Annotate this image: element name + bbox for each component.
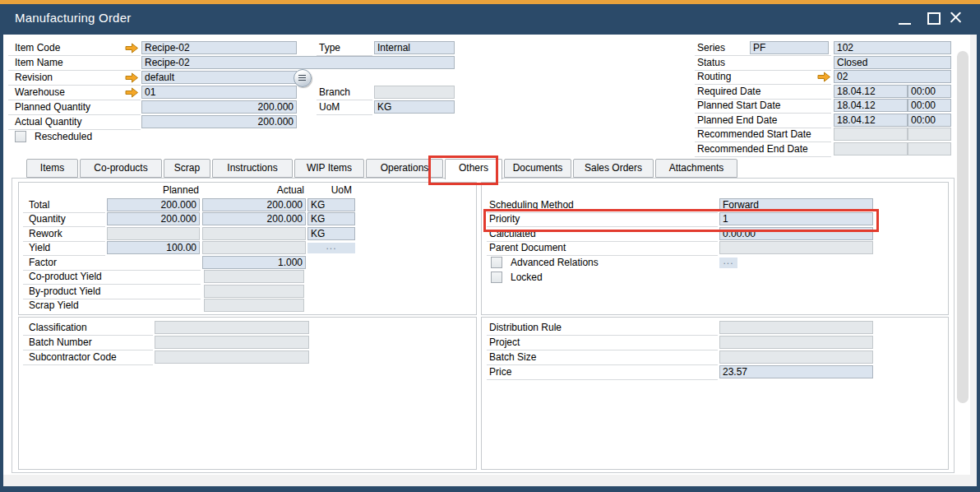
advanced-relations-checkbox[interactable] xyxy=(491,257,502,268)
routing-field[interactable]: 02 xyxy=(834,70,951,83)
quantity-row: Quantity xyxy=(23,212,105,227)
branch-label: Branch xyxy=(319,86,350,98)
planned-quantity-field[interactable]: 200.000 xyxy=(141,100,297,114)
item-code-link-arrow-icon[interactable] xyxy=(125,43,139,53)
item-name-field[interactable]: Recipe-02 xyxy=(141,56,455,69)
quantity-actual-field[interactable]: 200.000 xyxy=(202,212,306,225)
series-field[interactable]: PF xyxy=(750,41,829,54)
tab-strip: Items Co-products Scrap Instructions WIP… xyxy=(26,159,737,178)
recommended-start-date-field[interactable] xyxy=(834,128,908,141)
scheduling-method-field[interactable]: Forward xyxy=(719,198,873,211)
status-field[interactable]: Closed xyxy=(834,56,951,69)
tab-sales-orders[interactable]: Sales Orders xyxy=(573,159,654,178)
maximize-button[interactable] xyxy=(925,10,943,26)
rework-label: Rework xyxy=(29,228,62,239)
required-date-field[interactable]: 18.04.12 xyxy=(834,85,908,98)
minimize-icon xyxy=(899,23,911,25)
choose-from-list-icon[interactable] xyxy=(294,69,312,87)
tab-wip-items[interactable]: WIP Items xyxy=(294,159,364,178)
titlebar: Manufacturing Order xyxy=(0,4,980,35)
uom-field[interactable]: KG xyxy=(374,100,455,114)
rework-row: Rework xyxy=(23,227,105,242)
by-product-yield-field[interactable] xyxy=(204,285,304,298)
warehouse-field[interactable]: 01 xyxy=(141,86,297,99)
batch-size-row: Batch Size xyxy=(487,350,718,365)
rework-actual-field[interactable] xyxy=(202,227,306,240)
calculated-field[interactable]: 0:00:00 xyxy=(719,227,873,240)
project-field[interactable] xyxy=(719,336,873,349)
window-title: Manufacturing Order xyxy=(15,11,131,25)
quantity-planned-field[interactable]: 200.000 xyxy=(107,212,200,225)
revision-link-arrow-icon[interactable] xyxy=(125,72,139,83)
by-product-yield-row: By-product Yield xyxy=(23,285,201,299)
yield-planned-field[interactable]: 100.00 xyxy=(107,241,200,254)
factor-field[interactable]: 1.000 xyxy=(202,256,306,269)
planned-start-date-field[interactable]: 18.04.12 xyxy=(834,99,908,112)
tab-items[interactable]: Items xyxy=(26,159,78,178)
batch-size-field[interactable] xyxy=(719,350,873,364)
locked-checkbox[interactable] xyxy=(491,272,502,283)
column-header-actual: Actual xyxy=(202,184,304,196)
planned-start-time-field[interactable]: 00:00 xyxy=(908,99,951,112)
tab-documents[interactable]: Documents xyxy=(504,159,571,178)
rescheduled-checkbox[interactable] xyxy=(15,131,26,142)
tab-co-products[interactable]: Co-products xyxy=(80,159,162,178)
close-button[interactable] xyxy=(947,10,965,26)
locked-label: Locked xyxy=(511,272,543,283)
total-uom-field[interactable]: KG xyxy=(307,198,355,211)
tab-operations[interactable]: Operations xyxy=(366,159,443,178)
subcontractor-code-row: Subcontractor Code xyxy=(23,350,153,365)
recommended-end-time-field[interactable] xyxy=(908,142,951,155)
item-name-row: Item Name xyxy=(8,56,141,71)
distribution-rule-field[interactable] xyxy=(719,321,873,334)
recommended-end-label: Recommended End Date xyxy=(697,143,808,155)
tab-attachments[interactable]: Attachments xyxy=(655,159,737,178)
planned-end-row: Planned End Date xyxy=(695,114,831,128)
series-number-field[interactable]: 102 xyxy=(834,41,951,54)
subcontractor-code-field[interactable] xyxy=(155,350,309,364)
tab-instructions[interactable]: Instructions xyxy=(212,159,293,178)
status-label: Status xyxy=(697,57,725,68)
minimize-button[interactable] xyxy=(896,10,914,26)
calculated-row: Calculated xyxy=(487,227,718,242)
parent-document-field[interactable] xyxy=(719,241,873,254)
co-product-yield-row: Co-product Yield xyxy=(23,270,201,285)
rework-planned-field[interactable] xyxy=(107,227,200,240)
quantity-uom-field[interactable]: KG xyxy=(307,212,355,225)
vertical-scrollbar-thumb[interactable] xyxy=(957,51,968,403)
classification-field[interactable] xyxy=(155,321,309,334)
planned-start-label: Planned Start Date xyxy=(697,100,780,111)
rework-uom-field[interactable]: KG xyxy=(307,227,355,240)
advanced-relations-ellipsis-button[interactable]: ... xyxy=(719,258,737,268)
parent-document-label: Parent Document xyxy=(489,242,566,253)
planned-end-time-field[interactable]: 00:00 xyxy=(908,114,951,127)
type-field[interactable]: Internal xyxy=(374,41,455,54)
recommended-end-date-field[interactable] xyxy=(834,142,908,155)
priority-field[interactable]: 1 xyxy=(719,212,873,225)
revision-field[interactable]: default xyxy=(141,71,297,84)
yield-ellipsis-button[interactable]: ... xyxy=(307,243,355,253)
yield-row: Yield xyxy=(23,241,105,256)
recommended-start-time-field[interactable] xyxy=(908,128,951,141)
warehouse-link-arrow-icon[interactable] xyxy=(125,87,139,98)
batch-number-field[interactable] xyxy=(155,336,309,349)
routing-link-arrow-icon[interactable] xyxy=(817,72,831,82)
planned-end-date-field[interactable]: 18.04.12 xyxy=(834,114,908,127)
actual-quantity-field[interactable]: 200.000 xyxy=(141,115,297,128)
branch-field[interactable] xyxy=(374,86,455,99)
calculated-label: Calculated xyxy=(489,228,536,239)
co-product-yield-field[interactable] xyxy=(204,270,304,283)
required-time-field[interactable]: 00:00 xyxy=(908,85,951,98)
manufacturing-order-window: Manufacturing Order Item Code Recipe-02 … xyxy=(0,0,980,492)
total-actual-field[interactable]: 200.000 xyxy=(202,198,306,211)
item-code-field[interactable]: Recipe-02 xyxy=(141,41,297,54)
total-planned-field[interactable]: 200.000 xyxy=(107,198,200,211)
price-field[interactable]: 23.57 xyxy=(719,365,873,378)
recommended-start-row: Recommended Start Date xyxy=(695,128,831,142)
price-row: Price xyxy=(487,365,718,380)
yield-actual-field[interactable] xyxy=(202,241,306,254)
tab-scrap[interactable]: Scrap xyxy=(164,159,210,178)
scrap-yield-field[interactable] xyxy=(204,299,304,312)
classification-label: Classification xyxy=(29,322,87,333)
tab-others[interactable]: Others xyxy=(445,159,502,179)
